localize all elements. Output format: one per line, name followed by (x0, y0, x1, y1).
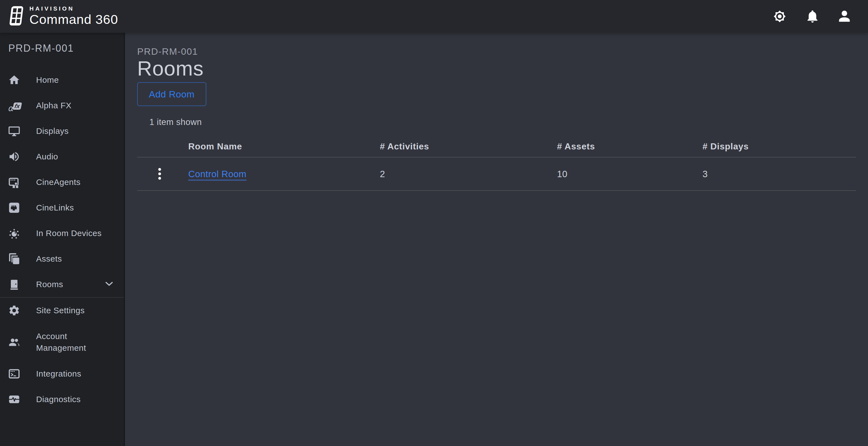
sidebar-item-diagnostics[interactable]: Diagnostics (0, 387, 124, 412)
main-content: PRD-RM-001 Rooms Add Room 1 item shown R… (126, 33, 868, 446)
items-shown-count: 1 item shown (149, 118, 868, 126)
sidebar-nav: Home αfx Alpha FX Displays Audio (0, 67, 124, 412)
window-agents-icon (8, 176, 21, 188)
home-icon (8, 73, 21, 86)
column-header-displays: # Displays (703, 142, 856, 151)
kebab-menu-icon[interactable] (155, 166, 164, 181)
brand-text: HAIVISION Command 360 (29, 5, 118, 27)
assets-cell: 10 (557, 170, 703, 179)
sidebar-item-assets[interactable]: Assets (0, 246, 124, 272)
sidebar-item-label: Home (36, 74, 59, 86)
sidebar-item-site-settings[interactable]: Site Settings (0, 298, 124, 323)
top-bar: HAIVISION Command 360 (0, 0, 868, 33)
display-icon (8, 125, 21, 138)
people-icon (8, 336, 21, 349)
sidebar-item-label: Displays (36, 125, 69, 137)
sidebar-item-label: CineLinks (36, 202, 74, 213)
device-hub-icon (8, 227, 21, 240)
rooms-table: Room Name # Activities # Assets # Displa… (137, 126, 856, 191)
alpha-fx-icon: αfx (8, 99, 21, 112)
column-header-activities: # Activities (380, 142, 557, 151)
sidebar-item-label: Audio (36, 151, 58, 162)
sidebar-item-label: Assets (36, 253, 62, 265)
sidebar-item-label: Integrations (36, 368, 81, 380)
table-header-row: Room Name # Activities # Assets # Displa… (137, 126, 856, 157)
fx-glyph: fx (12, 102, 22, 110)
topbar-actions (771, 8, 860, 25)
ethernet-icon (8, 201, 21, 214)
user-profile-icon[interactable] (837, 9, 852, 24)
door-icon (8, 278, 21, 291)
breadcrumb: PRD-RM-001 (137, 47, 868, 56)
activities-cell: 2 (380, 170, 557, 179)
chevron-down-icon (105, 281, 113, 288)
diagnostics-icon (8, 393, 21, 406)
sidebar-item-in-room-devices[interactable]: In Room Devices (0, 220, 124, 246)
sidebar-item-audio[interactable]: Audio (0, 144, 124, 170)
sidebar-item-displays[interactable]: Displays (0, 118, 124, 144)
sidebar-site-name: PRD-RM-001 (0, 33, 124, 53)
haivision-logo-icon (8, 5, 23, 28)
sidebar-item-label: Site Settings (36, 305, 85, 316)
sidebar: PRD-RM-001 Home αfx Alpha FX Displays (0, 33, 125, 446)
speaker-icon (8, 150, 21, 163)
sidebar-item-label: Diagnostics (36, 393, 81, 405)
room-name-cell: Control Room (188, 170, 380, 179)
brand-logo: HAIVISION Command 360 (8, 5, 118, 28)
sidebar-item-label: In Room Devices (36, 228, 102, 239)
brand-name: HAIVISION (29, 5, 118, 11)
sidebar-item-home[interactable]: Home (0, 67, 124, 93)
alpha-glyph: α (8, 104, 13, 113)
sidebar-item-account-management[interactable]: Account Management (0, 323, 124, 361)
sidebar-item-label: Account Management (36, 330, 107, 354)
sidebar-item-label: Alpha FX (36, 100, 71, 111)
column-header-assets: # Assets (557, 142, 703, 151)
settings-gear-icon[interactable] (771, 8, 788, 25)
notifications-bell-icon[interactable] (805, 9, 820, 24)
sidebar-item-integrations[interactable]: Integrations (0, 361, 124, 387)
table-row: Control Room 2 10 3 (137, 157, 856, 191)
sidebar-item-rooms[interactable]: Rooms (0, 272, 124, 297)
room-link[interactable]: Control Room (188, 169, 247, 179)
displays-cell: 3 (703, 170, 856, 179)
sidebar-item-label: CineAgents (36, 176, 81, 188)
sidebar-item-label: Rooms (36, 278, 63, 290)
sidebar-item-alpha-fx[interactable]: αfx Alpha FX (0, 93, 124, 118)
terminal-icon (8, 367, 21, 380)
column-header-room-name: Room Name (188, 142, 380, 151)
gear-icon (8, 304, 21, 317)
product-name: Command 360 (29, 12, 118, 27)
page-title: Rooms (137, 58, 868, 79)
sidebar-item-cinelinks[interactable]: CineLinks (0, 195, 124, 220)
sidebar-item-cineagents[interactable]: CineAgents (0, 170, 124, 195)
add-room-button[interactable]: Add Room (137, 82, 206, 106)
row-actions-cell (137, 166, 188, 181)
layers-icon (8, 252, 21, 265)
